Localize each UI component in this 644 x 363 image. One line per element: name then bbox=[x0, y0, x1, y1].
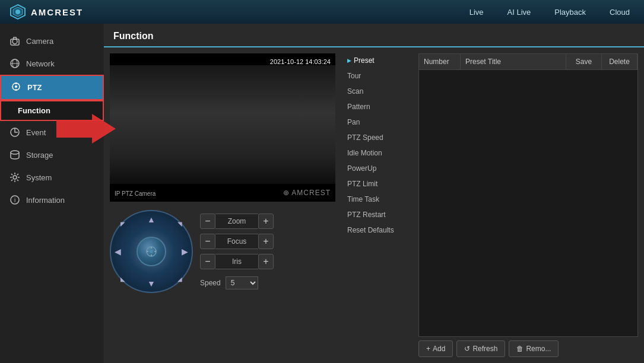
arrow-upleft-icon: ◤ bbox=[120, 221, 125, 227]
iris-increase-button[interactable]: + bbox=[258, 254, 274, 269]
arrow-up-icon: ▲ bbox=[147, 215, 156, 224]
main-layout: Camera Network PTZ Function Event bbox=[0, 24, 644, 363]
preset-table-header: Number Preset Title Save Delete bbox=[419, 54, 637, 70]
ptz-menu-ptzlimit[interactable]: PTZ Limit bbox=[341, 177, 413, 191]
ptz-menu-tour[interactable]: Tour bbox=[341, 69, 413, 83]
col-number: Number bbox=[419, 54, 461, 69]
sidebar-item-ptz[interactable]: PTZ bbox=[0, 75, 104, 100]
joystick-arrows: ▲ ▼ ◀ ▶ ◤ ◥ ◣ ◢ bbox=[111, 211, 192, 292]
refresh-icon: ↺ bbox=[464, 345, 470, 353]
ptz-controls: ▲ ▼ ◀ ▶ ◤ ◥ ◣ ◢ bbox=[110, 206, 335, 297]
video-camera-label: IP PTZ Camera bbox=[115, 190, 156, 197]
video-background bbox=[110, 53, 335, 202]
content-body: 2021-10-12 14:03:24 IP PTZ Camera ⊕ AMCR… bbox=[104, 47, 644, 363]
content-area: Function 2021-10-12 14:03:24 IP PTZ Came… bbox=[104, 24, 644, 363]
preset-area: Number Preset Title Save Delete + Add ↺ … bbox=[418, 53, 638, 357]
system-icon bbox=[9, 172, 20, 183]
focus-label: Focus bbox=[215, 234, 258, 249]
video-feed: 2021-10-12 14:03:24 IP PTZ Camera ⊕ AMCR… bbox=[110, 53, 335, 202]
ptz-menu-ptzrestart[interactable]: PTZ Restart bbox=[341, 208, 413, 222]
svg-point-14 bbox=[11, 151, 19, 154]
zoom-decrease-button[interactable]: − bbox=[200, 214, 215, 229]
svg-point-2 bbox=[15, 9, 20, 14]
storage-icon bbox=[9, 149, 20, 160]
ptz-menu-pan[interactable]: Pan bbox=[341, 115, 413, 129]
ptz-menu-scan[interactable]: Scan bbox=[341, 84, 413, 98]
ptz-menu-pattern[interactable]: Pattern bbox=[341, 100, 413, 114]
col-preset-title: Preset Title bbox=[461, 54, 566, 69]
sidebar-item-network[interactable]: Network bbox=[0, 52, 104, 75]
refresh-label: Refresh bbox=[472, 345, 497, 353]
sidebar-label-information: Information bbox=[26, 196, 65, 205]
zoom-row: − Zoom + bbox=[200, 214, 274, 229]
sidebar-label-event: Event bbox=[26, 128, 46, 137]
arrow-down-icon: ▼ bbox=[147, 279, 156, 288]
event-icon bbox=[9, 127, 20, 138]
sidebar-item-system[interactable]: System bbox=[0, 166, 104, 189]
col-delete: Delete bbox=[602, 54, 637, 69]
svg-point-15 bbox=[13, 176, 17, 179]
zoom-increase-button[interactable]: + bbox=[258, 214, 274, 229]
video-timestamp: 2021-10-12 14:03:24 bbox=[270, 58, 331, 65]
sidebar: Camera Network PTZ Function Event bbox=[0, 24, 104, 363]
video-section: 2021-10-12 14:03:24 IP PTZ Camera ⊕ AMCR… bbox=[110, 53, 335, 357]
focus-decrease-button[interactable]: − bbox=[200, 234, 215, 249]
remove-button[interactable]: 🗑 Remo... bbox=[509, 340, 559, 357]
nav-ailive[interactable]: AI Live bbox=[503, 5, 536, 19]
ptz-menu-preset[interactable]: Preset bbox=[341, 53, 413, 68]
logo-area: AMCREST bbox=[9, 4, 465, 20]
sidebar-label-camera: Camera bbox=[26, 37, 53, 46]
header: AMCREST Live AI Live Playback Cloud bbox=[0, 0, 644, 24]
add-button[interactable]: + Add bbox=[418, 340, 453, 357]
svg-point-3 bbox=[12, 39, 17, 44]
page-title: Function bbox=[113, 31, 635, 46]
zoom-focus-iris-controls: − Zoom + − Focus + − Iris + bbox=[200, 214, 274, 289]
iris-label: Iris bbox=[215, 254, 258, 269]
nav-links: Live AI Live Playback Cloud bbox=[465, 5, 635, 19]
ptz-menu-timetask[interactable]: Time Task bbox=[341, 192, 413, 206]
sidebar-label-storage: Storage bbox=[26, 151, 53, 160]
sidebar-label-network: Network bbox=[26, 59, 55, 68]
svg-text:i: i bbox=[14, 197, 15, 203]
arrow-downright-icon: ◢ bbox=[177, 276, 182, 282]
sidebar-item-camera[interactable]: Camera bbox=[0, 30, 104, 52]
iris-row: − Iris + bbox=[200, 254, 274, 269]
svg-point-9 bbox=[15, 85, 17, 88]
sidebar-item-function[interactable]: Function bbox=[0, 100, 104, 121]
ptz-menu-powerup[interactable]: PowerUp bbox=[341, 161, 413, 176]
sidebar-label-function: Function bbox=[18, 106, 50, 115]
zoom-label: Zoom bbox=[215, 214, 258, 229]
sidebar-label-system: System bbox=[26, 173, 52, 182]
sidebar-item-information[interactable]: i Information bbox=[0, 189, 104, 211]
sidebar-item-storage[interactable]: Storage bbox=[0, 144, 104, 166]
focus-increase-button[interactable]: + bbox=[258, 234, 274, 249]
arrow-upright-icon: ◥ bbox=[177, 221, 182, 227]
ptz-menu-ptzspeed[interactable]: PTZ Speed bbox=[341, 130, 413, 145]
info-icon: i bbox=[9, 195, 20, 205]
ptz-menu-resetdefaults[interactable]: Reset Defaults bbox=[341, 223, 413, 237]
speed-select[interactable]: 1 2 3 4 5 6 7 8 bbox=[226, 276, 258, 289]
iris-decrease-button[interactable]: − bbox=[200, 254, 215, 269]
logo-text: AMCREST bbox=[31, 7, 83, 17]
arrow-downleft-icon: ◣ bbox=[120, 276, 125, 282]
nav-playback[interactable]: Playback bbox=[550, 5, 591, 19]
ptz-joystick[interactable]: ▲ ▼ ◀ ▶ ◤ ◥ ◣ ◢ bbox=[110, 210, 193, 293]
content-header: Function bbox=[104, 24, 644, 47]
focus-row: − Focus + bbox=[200, 234, 274, 249]
col-save: Save bbox=[566, 54, 602, 69]
arrow-left-icon: ◀ bbox=[115, 247, 121, 256]
refresh-button[interactable]: ↺ Refresh bbox=[456, 340, 505, 357]
network-icon bbox=[9, 58, 20, 69]
arrow-right-icon: ▶ bbox=[182, 247, 188, 256]
nav-cloud[interactable]: Cloud bbox=[605, 5, 635, 19]
trash-icon: 🗑 bbox=[516, 345, 524, 353]
ptz-menu-idlemotion[interactable]: Idle Motion bbox=[341, 146, 413, 160]
sidebar-item-event[interactable]: Event bbox=[0, 121, 104, 144]
nav-live[interactable]: Live bbox=[465, 5, 488, 19]
sidebar-label-ptz: PTZ bbox=[27, 83, 42, 92]
ptz-menu: Preset Tour Scan Pattern Pan PTZ Speed I… bbox=[341, 53, 413, 357]
camera-icon bbox=[9, 36, 20, 46]
speed-label: Speed bbox=[200, 279, 221, 287]
video-brand-label: ⊕ AMCREST bbox=[283, 189, 331, 197]
add-label: Add bbox=[433, 345, 445, 353]
